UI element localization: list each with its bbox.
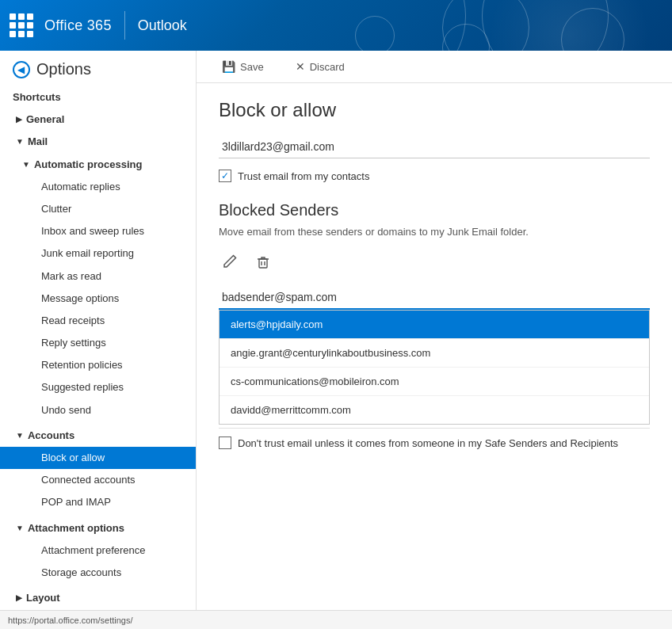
nav-label: Suggested replies — [41, 380, 124, 395]
dropdown-item-2[interactable]: cs-communications@mobileiron.com — [220, 368, 649, 396]
dropdown-item-1[interactable]: angie.grant@centurylinkaboutbusiness.com — [220, 339, 649, 368]
nav-label: Read receipts — [41, 314, 105, 328]
back-arrow-icon: ◀ — [17, 64, 25, 75]
dropdown-item-3[interactable]: davidd@merrittcomm.com — [220, 396, 649, 424]
dropdown-item-label: davidd@merrittcomm.com — [231, 404, 351, 416]
edit-button[interactable] — [219, 250, 241, 276]
checkmark-icon: ✓ — [221, 170, 229, 181]
nav-label: Connected accounts — [41, 473, 136, 487]
toolbar: 💾 Save ✕ Discard — [197, 51, 672, 83]
nav-label: Message options — [41, 292, 119, 306]
sidebar: ◀ Options Shortcuts ▶ General ▼ Mail ▼ A… — [0, 51, 197, 610]
triangle-icon: ▶ — [16, 114, 22, 125]
sidebar-item-general[interactable]: ▶ General — [0, 109, 196, 131]
triangle-down-icon: ▼ — [16, 136, 24, 147]
dont-trust-checkbox[interactable] — [219, 436, 231, 449]
nav-label: Retention policies — [41, 358, 123, 372]
delete-button[interactable] — [252, 250, 274, 276]
save-label: Save — [240, 61, 264, 73]
nav-label: Attachment preference — [41, 543, 146, 558]
nav-label: Junk email reporting — [41, 246, 134, 261]
sidebar-item-message-options[interactable]: Message options — [0, 288, 196, 310]
sidebar-item-shortcuts[interactable]: Shortcuts — [0, 86, 196, 109]
page-content: Block or allow ✓ Trust email from my con… — [197, 83, 672, 473]
nav-label: Storage accounts — [41, 566, 121, 580]
options-title: Options — [36, 60, 91, 78]
triangle-right-icon: ▶ — [16, 593, 22, 604]
dropdown-item-label: alerts@hpjdaily.com — [231, 318, 323, 330]
sidebar-item-storage-accounts[interactable]: Storage accounts — [0, 562, 196, 584]
main-container: ◀ Options Shortcuts ▶ General ▼ Mail ▼ A… — [0, 51, 672, 610]
action-icons — [219, 250, 650, 276]
blocked-sender-input[interactable] — [219, 286, 650, 310]
page-title: Block or allow — [219, 99, 650, 121]
sidebar-item-reply-settings[interactable]: Reply settings — [0, 332, 196, 354]
attachment-options-label: Attachment options — [28, 521, 124, 536]
header-app-name: Office 365 — [44, 17, 112, 34]
trust-checkbox[interactable]: ✓ — [219, 170, 231, 182]
sidebar-item-attachment-preference[interactable]: Attachment preference — [0, 539, 196, 562]
triangle-down-icon2: ▼ — [22, 159, 30, 170]
shortcuts-label: Shortcuts — [13, 90, 61, 105]
sidebar-item-block-or-allow[interactable]: Block or allow — [0, 447, 196, 469]
options-header[interactable]: ◀ Options — [0, 51, 196, 86]
sidebar-section-accounts[interactable]: ▼ Accounts — [0, 425, 196, 447]
layout-label: Layout — [26, 591, 60, 605]
mail-label: Mail — [28, 135, 48, 149]
accounts-label: Accounts — [28, 429, 74, 443]
dont-trust-row: Don't trust email unless it comes from s… — [219, 428, 650, 457]
header-decoration — [355, 0, 672, 51]
trust-checkbox-row: ✓ Trust email from my contacts — [219, 170, 650, 182]
nav-label: Undo send — [41, 403, 91, 417]
back-icon[interactable]: ◀ — [13, 61, 30, 78]
sidebar-item-mark-as-read[interactable]: Mark as read — [0, 265, 196, 288]
nav-label: Clutter — [41, 202, 71, 216]
automatic-processing-label: Automatic processing — [34, 158, 143, 172]
sidebar-item-clutter[interactable]: Clutter — [0, 198, 196, 220]
sidebar-item-suggested-replies[interactable]: Suggested replies — [0, 376, 196, 398]
trust-checkbox-label: Trust email from my contacts — [238, 170, 369, 182]
content-area: 💾 Save ✕ Discard Block or allow ✓ Trust … — [197, 51, 672, 610]
header-divider — [124, 11, 125, 40]
sidebar-item-automatic-replies[interactable]: Automatic replies — [0, 176, 196, 198]
nav-label: Inbox and sweep rules — [41, 224, 144, 238]
dont-trust-label: Don't trust email unless it comes from s… — [238, 437, 618, 449]
sidebar-item-layout[interactable]: ▶ Layout — [0, 587, 196, 609]
sidebar-item-undo-send[interactable]: Undo send — [0, 399, 196, 421]
sidebar-item-inbox-sweep[interactable]: Inbox and sweep rules — [0, 220, 196, 242]
header: Office 365 Outlook — [0, 0, 672, 51]
sidebar-item-junk-email[interactable]: Junk email reporting — [0, 242, 196, 265]
discard-button[interactable]: ✕ Discard — [289, 57, 351, 76]
sidebar-item-retention-policies[interactable]: Retention policies — [0, 354, 196, 376]
sidebar-section-attachment-options[interactable]: ▼ Attachment options — [0, 517, 196, 539]
safe-senders-input[interactable] — [219, 135, 650, 158]
deco-circle — [355, 16, 395, 51]
save-button[interactable]: 💾 Save — [216, 57, 270, 76]
header-product-name: Outlook — [138, 17, 187, 34]
dropdown-item-0[interactable]: alerts@hpjdaily.com — [220, 311, 649, 339]
blocked-senders-desc: Move email from these senders or domains… — [219, 226, 650, 238]
sidebar-item-connected-accounts[interactable]: Connected accounts — [0, 469, 196, 491]
nav-label: Block or allow — [41, 451, 105, 465]
nav-label: POP and IMAP — [41, 495, 111, 509]
dropdown-item-label: angie.grant@centurylinkaboutbusiness.com — [231, 347, 430, 359]
sidebar-item-mail[interactable]: ▼ Mail — [0, 131, 196, 153]
nav-label: Reply settings — [41, 336, 106, 350]
triangle-down-icon4: ▼ — [16, 523, 24, 534]
sidebar-item-pop-imap[interactable]: POP and IMAP — [0, 491, 196, 513]
nav-label: Mark as read — [41, 269, 101, 284]
svg-rect-0 — [259, 259, 267, 268]
discard-icon: ✕ — [296, 60, 305, 73]
blocked-senders-title: Blocked Senders — [219, 201, 650, 219]
sender-input-wrap — [219, 286, 650, 310]
nav-label: Automatic replies — [41, 180, 120, 194]
triangle-down-icon3: ▼ — [16, 430, 24, 441]
save-icon: 💾 — [222, 60, 235, 73]
discard-label: Discard — [310, 61, 345, 73]
general-label: General — [26, 112, 64, 127]
app-grid-icon[interactable] — [10, 13, 33, 37]
dropdown-list: alerts@hpjdaily.comangie.grant@centuryli… — [219, 310, 650, 425]
sidebar-item-automatic-processing[interactable]: ▼ Automatic processing — [0, 154, 196, 176]
dropdown-item-label: cs-communications@mobileiron.com — [231, 375, 399, 387]
sidebar-item-read-receipts[interactable]: Read receipts — [0, 310, 196, 332]
